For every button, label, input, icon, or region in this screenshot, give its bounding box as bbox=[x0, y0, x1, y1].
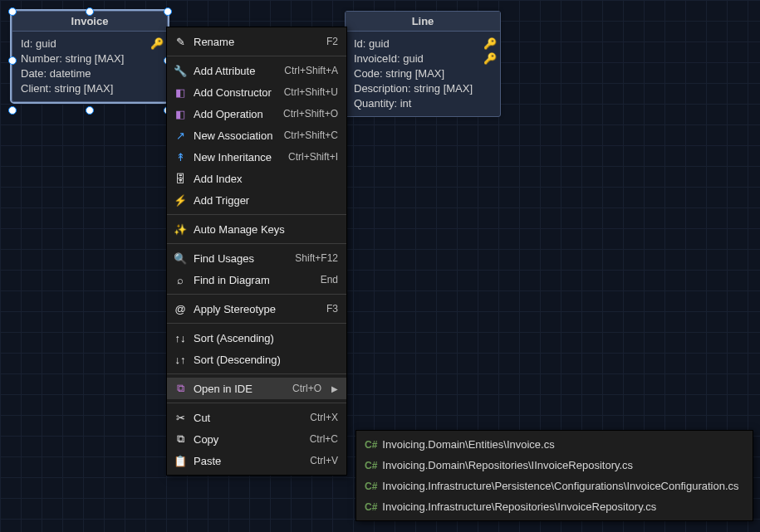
copy-icon: ⧉ bbox=[174, 432, 187, 446]
menu-separator bbox=[167, 373, 346, 374]
open-in-ide-submenu: C# Invoicing.Domain\Entities\Invoice.cs … bbox=[355, 430, 753, 521]
menu-label: Add Trigger bbox=[194, 194, 331, 207]
arrow-icon: ↗ bbox=[174, 129, 187, 142]
submenu-item-1[interactable]: C# Invoicing.Domain\Repositories\IInvoic… bbox=[356, 455, 753, 476]
cube-icon: ◧ bbox=[174, 107, 187, 120]
menu-shortcut: Ctrl+Shift+O bbox=[283, 108, 338, 120]
handle-w[interactable] bbox=[8, 56, 17, 65]
menu-label: Paste bbox=[194, 455, 303, 467]
menu-separator bbox=[167, 243, 346, 244]
menu-add-attribute[interactable]: 🔧 Add Attribute Ctrl+Shift+A bbox=[167, 60, 346, 81]
submenu-label: Invoicing.Infrastructure\Persistence\Con… bbox=[382, 480, 738, 492]
index-icon: 🗄 bbox=[174, 172, 187, 185]
entity-line-title: Line bbox=[346, 12, 500, 32]
handle-ne[interactable] bbox=[164, 7, 172, 16]
entity-line[interactable]: Line Id: guid 🔑 InvoiceId: guid 🔑 Code: … bbox=[345, 11, 501, 117]
menu-label: New Inheritance bbox=[194, 151, 282, 164]
menu-label: Cut bbox=[194, 412, 303, 424]
menu-label: Find Usages bbox=[194, 252, 288, 265]
submenu-arrow-icon: ▶ bbox=[331, 384, 338, 393]
menu-add-index[interactable]: 🗄 Add Index bbox=[167, 168, 346, 189]
menu-auto-manage-keys[interactable]: ✨ Auto Manage Keys bbox=[167, 218, 346, 240]
menu-shortcut: Ctrl+O bbox=[292, 383, 321, 394]
menu-label: Add Operation bbox=[194, 108, 277, 120]
fk-icon: 🔑 bbox=[483, 51, 495, 66]
menu-find-usages[interactable]: 🔍 Find Usages Shift+F12 bbox=[167, 247, 346, 269]
pk-icon: 🔑 bbox=[483, 37, 495, 51]
menu-label: Find in Diagram bbox=[194, 274, 314, 286]
menu-paste[interactable]: 📋 Paste Ctrl+V bbox=[167, 450, 346, 471]
sort-asc-icon: ↑↓ bbox=[174, 331, 187, 344]
arrow-up-icon: ↟ bbox=[174, 150, 187, 164]
wand-icon: ✨ bbox=[174, 222, 187, 236]
menu-add-operation[interactable]: ◧ Add Operation Ctrl+Shift+O bbox=[167, 103, 346, 124]
diagram-canvas[interactable]: { "entities": { "invoice": { "title": "I… bbox=[0, 0, 760, 532]
menu-separator bbox=[167, 403, 346, 403]
csharp-icon: C# bbox=[365, 439, 377, 451]
menu-find-in-diagram[interactable]: ⌕ Find in Diagram End bbox=[167, 269, 346, 290]
menu-shortcut: F3 bbox=[326, 303, 338, 315]
entity-invoice-body: Id: guid 🔑 Number: string [MAX] Date: da… bbox=[12, 32, 167, 101]
menu-label: Add Index bbox=[194, 173, 331, 185]
menu-apply-stereotype[interactable]: @ Apply Stereotype F3 bbox=[167, 298, 346, 320]
menu-new-inheritance[interactable]: ↟ New Inheritance Ctrl+Shift+I bbox=[167, 146, 346, 168]
menu-shortcut: Ctrl+Shift+C bbox=[284, 129, 338, 141]
submenu-item-0[interactable]: C# Invoicing.Domain\Entities\Invoice.cs bbox=[356, 434, 753, 455]
menu-label: Sort (Descending) bbox=[194, 354, 331, 366]
menu-label: Sort (Ascending) bbox=[194, 332, 331, 344]
menu-sort-asc[interactable]: ↑↓ Sort (Ascending) bbox=[167, 327, 346, 349]
cut-icon: ✂ bbox=[174, 411, 187, 424]
menu-shortcut: Ctrl+Shift+I bbox=[288, 151, 338, 163]
handle-nw[interactable] bbox=[8, 7, 17, 16]
menu-shortcut: Ctrl+C bbox=[310, 433, 338, 445]
menu-label: Auto Manage Keys bbox=[194, 223, 331, 236]
attr-invoice-number[interactable]: Number: string [MAX] bbox=[21, 51, 159, 66]
csharp-icon: C# bbox=[365, 481, 377, 492]
menu-separator bbox=[167, 323, 346, 324]
handle-sw[interactable] bbox=[8, 106, 17, 115]
attr-line-id[interactable]: Id: guid bbox=[354, 37, 492, 51]
attr-invoice-id[interactable]: Id: guid bbox=[21, 37, 159, 51]
paste-icon: 📋 bbox=[174, 454, 187, 467]
search-icon: 🔍 bbox=[174, 251, 187, 265]
ide-icon: ⧉ bbox=[174, 382, 187, 395]
menu-separator bbox=[167, 294, 346, 295]
handle-s[interactable] bbox=[86, 106, 94, 115]
menu-shortcut: Shift+F12 bbox=[295, 252, 338, 264]
cube-icon: ◧ bbox=[174, 85, 187, 99]
menu-shortcut: End bbox=[321, 274, 338, 286]
menu-rename[interactable]: ✎ Rename F2 bbox=[167, 31, 346, 52]
stereotype-icon: @ bbox=[174, 302, 187, 315]
menu-label: New Association bbox=[194, 129, 277, 142]
menu-shortcut: Ctrl+Shift+U bbox=[284, 86, 338, 98]
menu-sort-desc[interactable]: ↓↑ Sort (Descending) bbox=[167, 349, 346, 370]
csharp-icon: C# bbox=[365, 460, 377, 471]
menu-add-trigger[interactable]: ⚡ Add Trigger bbox=[167, 189, 346, 211]
attr-invoice-client[interactable]: Client: string [MAX] bbox=[21, 81, 159, 96]
submenu-label: Invoicing.Infrastructure\Repositories\In… bbox=[382, 500, 656, 513]
attr-invoice-date[interactable]: Date: datetime bbox=[21, 66, 159, 81]
submenu-label: Invoicing.Domain\Repositories\IInvoiceRe… bbox=[382, 459, 633, 471]
attr-line-invoiceid[interactable]: InvoiceId: guid bbox=[354, 51, 492, 66]
csharp-icon: C# bbox=[365, 501, 377, 513]
menu-cut[interactable]: ✂ Cut Ctrl+X bbox=[167, 407, 346, 428]
menu-open-in-ide[interactable]: ⧉ Open in IDE Ctrl+O ▶ bbox=[167, 378, 346, 399]
diagram-search-icon: ⌕ bbox=[174, 273, 187, 286]
menu-shortcut: Ctrl+Shift+A bbox=[284, 65, 338, 76]
menu-label: Open in IDE bbox=[194, 383, 286, 395]
wrench-icon: 🔧 bbox=[174, 64, 187, 77]
handle-n[interactable] bbox=[86, 7, 94, 16]
entity-invoice[interactable]: Invoice Id: guid 🔑 Number: string [MAX] … bbox=[12, 11, 168, 102]
menu-copy[interactable]: ⧉ Copy Ctrl+C bbox=[167, 428, 346, 450]
pk-icon: 🔑 bbox=[150, 37, 162, 51]
attr-line-code[interactable]: Code: string [MAX] bbox=[354, 66, 492, 81]
submenu-item-2[interactable]: C# Invoicing.Infrastructure\Persistence\… bbox=[356, 476, 753, 496]
submenu-item-3[interactable]: C# Invoicing.Infrastructure\Repositories… bbox=[356, 496, 753, 517]
menu-shortcut: F2 bbox=[326, 36, 338, 47]
attr-line-quantity[interactable]: Quantity: int bbox=[354, 96, 492, 111]
menu-new-association[interactable]: ↗ New Association Ctrl+Shift+C bbox=[167, 124, 346, 146]
menu-shortcut: Ctrl+V bbox=[310, 455, 338, 466]
menu-add-constructor[interactable]: ◧ Add Constructor Ctrl+Shift+U bbox=[167, 81, 346, 103]
attr-line-description[interactable]: Description: string [MAX] bbox=[354, 81, 492, 96]
menu-separator bbox=[167, 214, 346, 215]
